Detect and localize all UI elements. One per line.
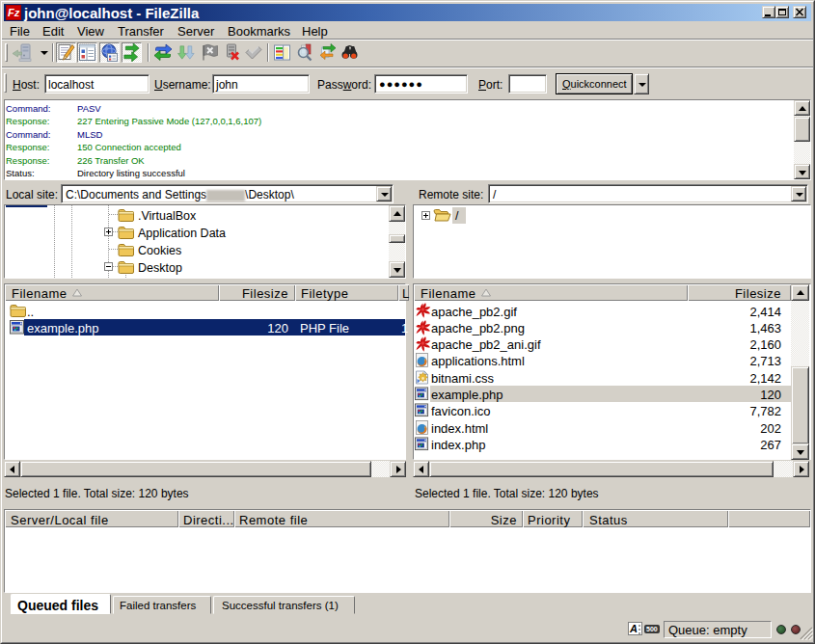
- svg-text:Fz: Fz: [8, 7, 20, 18]
